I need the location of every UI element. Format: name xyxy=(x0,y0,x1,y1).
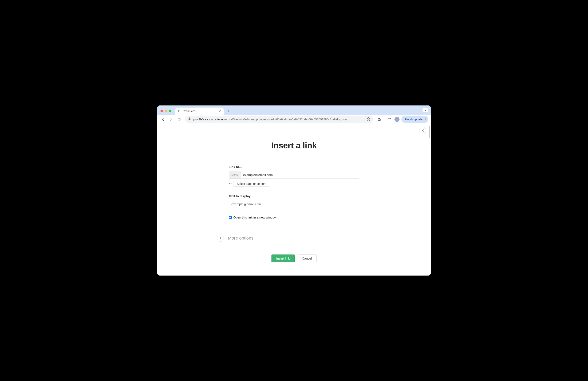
svg-point-7 xyxy=(425,119,426,120)
browser-tab[interactable]: Resources xyxy=(175,108,224,115)
reload-button[interactable] xyxy=(176,116,182,123)
link-to-field-group: Link to... EMAIL or Select page or conte… xyxy=(229,165,359,187)
link-to-input-wrap: EMAIL xyxy=(229,171,359,179)
sitefinity-favicon xyxy=(178,109,181,113)
window-minimize-button[interactable] xyxy=(165,110,167,112)
text-display-input[interactable] xyxy=(229,200,359,208)
insert-link-button[interactable]: Insert link xyxy=(272,255,295,262)
star-bookmark-icon[interactable] xyxy=(367,117,370,122)
close-dialog-button[interactable] xyxy=(419,127,426,134)
divider xyxy=(229,248,359,248)
site-settings-icon[interactable] xyxy=(188,117,191,121)
back-button[interactable] xyxy=(160,116,166,123)
select-page-button[interactable]: Select page or content xyxy=(233,181,269,187)
new-window-row: Open this link in a new window xyxy=(229,216,359,219)
profile-avatar[interactable] xyxy=(394,116,400,122)
new-window-checkbox[interactable] xyxy=(229,216,232,219)
link-to-label: Link to... xyxy=(229,165,359,169)
scrollbar-thumb[interactable] xyxy=(429,126,430,138)
tab-title: Resources xyxy=(183,110,195,113)
text-display-field-group: Text to display xyxy=(229,194,359,208)
finish-update-label: Finish update xyxy=(405,118,422,121)
svg-point-5 xyxy=(189,119,190,120)
link-type-badge: EMAIL xyxy=(229,171,241,179)
dialog-heading: Insert a link xyxy=(157,141,431,150)
browser-window: Resources pro.3b0ce.cloud.sitef xyxy=(157,105,431,276)
tab-close-icon[interactable] xyxy=(218,109,222,113)
new-tab-button[interactable] xyxy=(226,108,232,114)
address-bar: pro.3b0ce.cloud.sitefinity.com/Sitefinit… xyxy=(157,115,431,124)
cancel-button[interactable]: Cancel xyxy=(297,255,317,262)
reading-list-icon[interactable] xyxy=(386,116,393,122)
more-options-label: More options xyxy=(228,236,253,241)
window-maximize-button[interactable] xyxy=(169,110,171,112)
tab-bar: Resources xyxy=(157,105,431,115)
or-text: or xyxy=(229,182,231,186)
chevron-right-icon xyxy=(217,235,224,242)
url-bar[interactable]: pro.3b0ce.cloud.sitefinity.com/Sitefinit… xyxy=(185,116,373,123)
page-content: Insert a link Link to... EMAIL or Select… xyxy=(157,124,431,276)
svg-point-6 xyxy=(425,118,426,119)
extensions-icon[interactable] xyxy=(376,116,382,122)
svg-point-4 xyxy=(189,118,190,119)
toolbar-divider xyxy=(384,117,384,121)
dialog-actions: Insert link Cancel xyxy=(157,255,431,262)
link-to-input[interactable] xyxy=(241,171,359,179)
url-text: pro.3b0ce.cloud.sitefinity.com/Sitefinit… xyxy=(193,118,365,121)
text-display-label: Text to display xyxy=(229,194,359,198)
forward-button[interactable] xyxy=(168,116,174,123)
finish-update-button[interactable]: Finish update xyxy=(401,116,428,123)
form-area: Link to... EMAIL or Select page or conte… xyxy=(229,165,359,248)
new-window-label[interactable]: Open this link in a new window xyxy=(233,216,276,219)
window-close-button[interactable] xyxy=(161,110,163,112)
or-row: or Select page or content xyxy=(229,181,359,187)
window-dropdown-button[interactable] xyxy=(422,108,428,112)
svg-point-8 xyxy=(425,120,426,120)
traffic-lights xyxy=(160,110,173,115)
more-options-toggle[interactable]: More options xyxy=(217,228,359,248)
